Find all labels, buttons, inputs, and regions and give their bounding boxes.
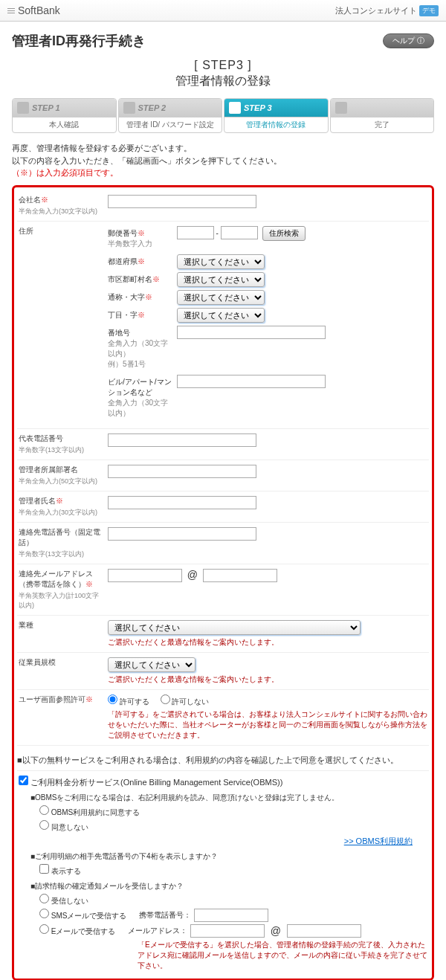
tel-input[interactable] xyxy=(108,433,256,447)
company-input[interactable] xyxy=(108,195,256,208)
email-domain-input[interactable] xyxy=(203,569,277,582)
pref-select[interactable]: 選択してください xyxy=(177,254,265,269)
email-label: 連絡先メールアドレス（携帯電話を除く）※半角英数字入力(計100文字以内) xyxy=(19,569,108,610)
obms-terms-link[interactable]: >> OBMS利用規約 xyxy=(344,836,413,845)
dept-label: 管理者所属部署名半角全角入力(50文字以内) xyxy=(19,465,108,486)
receive-sms-radio[interactable]: SMSメールで受信する xyxy=(39,909,126,921)
email-local-input[interactable] xyxy=(108,569,182,582)
industry-label: 業種 xyxy=(19,620,108,648)
profile-icon xyxy=(229,102,241,114)
permit-yes-radio[interactable]: 許可する xyxy=(108,697,149,706)
zip-search-button[interactable]: 住所検索 xyxy=(262,226,306,241)
free-service-heading: ■以下の無料サービスをご利用される場合は、利用規約の内容を確認した上で同意を選択… xyxy=(17,755,429,766)
logo: SoftBank xyxy=(7,4,60,16)
zip2-input[interactable] xyxy=(221,226,258,239)
building-input[interactable] xyxy=(177,375,326,388)
obms-checkbox[interactable]: ご利用料金分析サービス(Online Billing Management Se… xyxy=(19,778,282,787)
block-select[interactable]: 選択してください xyxy=(177,308,265,323)
step-2: STEP 2 管理者 ID/ パスワード設定 xyxy=(118,98,223,133)
site-name: 法人コンシェルサイト デモ xyxy=(335,5,439,16)
check-icon xyxy=(335,102,347,114)
intro-text: 再度、管理者情報を登録する必要がございます。 以下の内容を入力いただき、「確認画… xyxy=(12,142,434,179)
industry-select[interactable]: 選択してください xyxy=(108,620,361,635)
scale-label: 従業員規模 xyxy=(19,657,108,685)
zip1-input[interactable] xyxy=(177,226,214,239)
permit-label: ユーザ画面参照許可※ xyxy=(19,694,108,741)
notify-email-local-input[interactable] xyxy=(190,924,265,938)
logo-text: SoftBank xyxy=(18,4,60,16)
person-icon xyxy=(17,102,29,114)
step-3-active: STEP 3 管理者情報の登録 xyxy=(224,98,329,133)
dept-input[interactable] xyxy=(108,465,256,478)
receive-email-radio[interactable]: Eメールで受信する xyxy=(39,924,115,937)
city-select[interactable]: 選択してください xyxy=(177,272,265,287)
contact-tel-label: 連絡先電話番号（固定電話）半角数字(13文字以内) xyxy=(19,527,108,559)
address-label: 住所 xyxy=(19,226,108,424)
street-select[interactable]: 選択してください xyxy=(177,290,265,305)
step-4: 完了 xyxy=(330,98,435,133)
obms-agree-radio[interactable]: OBMS利用規約に同意する xyxy=(39,808,140,816)
notify-email-domain-input[interactable] xyxy=(287,924,361,938)
global-header: SoftBank 法人コンシェルサイト デモ xyxy=(0,0,446,22)
scale-select[interactable]: 選択してください xyxy=(108,657,195,672)
receive-none-radio[interactable]: 受信しない xyxy=(39,897,88,905)
page-title: 管理者ID再発行手続き xyxy=(12,32,146,50)
step-1: STEP 1 本人確認 xyxy=(12,98,117,133)
company-label: 会社名※ 半角全角入力(30文字以内) xyxy=(19,195,108,216)
tel-label: 代表電話番号半角数字(13文字以内) xyxy=(19,433,108,455)
name-label: 管理者氏名※半角全角入力(30文字以内) xyxy=(19,496,108,518)
sms-number-input[interactable] xyxy=(194,909,268,922)
key-icon xyxy=(123,102,135,114)
permit-no-radio[interactable]: 許可しない xyxy=(161,697,210,706)
name-input[interactable] xyxy=(108,496,256,509)
obms-disagree-radio[interactable]: 同意しない xyxy=(39,823,88,831)
show-digits-checkbox[interactable]: 表示する xyxy=(39,867,81,875)
step-header: [ STEP3 ] 管理者情報の登録 xyxy=(12,59,434,89)
form-container: 会社名※ 半角全角入力(30文字以内) 住所 郵便番号※半角数字入力 - 住所検… xyxy=(12,185,434,981)
address-num-input[interactable] xyxy=(177,326,326,339)
menu-icon xyxy=(7,8,15,13)
contact-tel-input[interactable] xyxy=(108,527,256,541)
help-button[interactable]: ヘルプ ⓘ xyxy=(383,33,434,48)
demo-badge: デモ xyxy=(419,5,439,16)
stepper: STEP 1 本人確認 STEP 2 管理者 ID/ パスワード設定 STEP … xyxy=(12,98,434,133)
